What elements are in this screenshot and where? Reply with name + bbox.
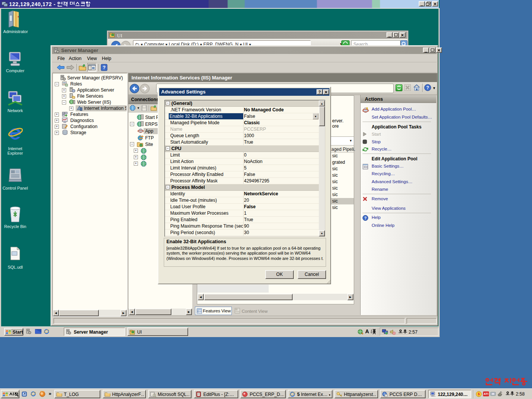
svg-text:?: ? xyxy=(364,216,366,220)
svg-text:?: ? xyxy=(103,65,106,70)
svg-text:?: ? xyxy=(426,85,429,90)
